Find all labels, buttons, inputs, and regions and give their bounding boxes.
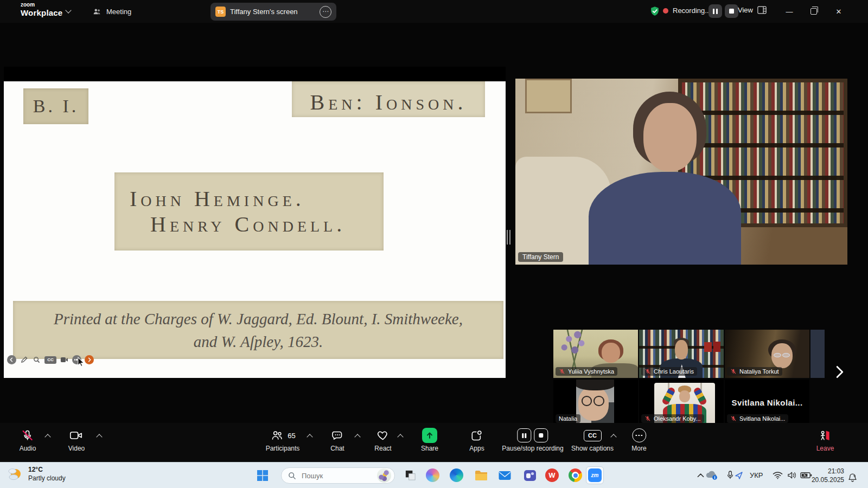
participant-name-label: Oleksandr Koby... bbox=[641, 414, 704, 423]
participants-button[interactable]: 65 Participants bbox=[266, 428, 300, 452]
pause-recording-button[interactable] bbox=[709, 4, 722, 18]
wifi-tray-icon[interactable] bbox=[770, 468, 785, 483]
video-options-chevron[interactable] bbox=[96, 434, 102, 440]
search-highlight-image[interactable] bbox=[377, 468, 391, 483]
react-options-chevron[interactable] bbox=[397, 434, 403, 440]
mail-icon bbox=[498, 470, 512, 481]
pen-tool-icon[interactable] bbox=[20, 355, 29, 364]
tab-meeting[interactable]: Meeting bbox=[87, 0, 137, 23]
recording-label: Recording... bbox=[673, 7, 711, 15]
share-screen-icon bbox=[422, 428, 437, 443]
chat-bubble-icon bbox=[330, 429, 344, 442]
audio-button[interactable]: Audio bbox=[20, 428, 36, 452]
security-shield-icon[interactable] bbox=[649, 5, 661, 18]
muted-mic-icon bbox=[644, 368, 651, 375]
meeting-toolbar: Audio Video 65 Participants Chat React bbox=[0, 423, 868, 462]
video-button[interactable]: Video bbox=[68, 428, 85, 452]
minimize-button[interactable]: — bbox=[777, 0, 801, 23]
participant-tile[interactable]: Svitlana Nikolai... Svitlana Nikolai... bbox=[725, 380, 809, 425]
more-label: More bbox=[631, 445, 646, 452]
captions-label: Show captions bbox=[571, 445, 614, 452]
speaker-name-label: Tiffany Stern bbox=[518, 252, 563, 262]
partial-participant-tile bbox=[810, 330, 825, 378]
teams-button[interactable] bbox=[522, 468, 537, 483]
participant-tile[interactable]: Nataliya Torkut bbox=[725, 330, 809, 378]
share-button[interactable]: Share bbox=[421, 428, 438, 452]
volume-tray-icon[interactable] bbox=[784, 468, 799, 483]
slide-clip-bi: B. I. bbox=[23, 88, 88, 124]
start-button[interactable] bbox=[255, 468, 270, 483]
clock[interactable]: 21:03 20.05.2025 bbox=[806, 467, 844, 484]
presentation-slide: B. I. Ben: Ionson. Iohn Heminge. Henry C… bbox=[4, 81, 506, 378]
onedrive-tray-icon[interactable] bbox=[704, 468, 719, 483]
weather-desc: Partly cloudy bbox=[28, 474, 66, 483]
speaker-video[interactable]: Tiffany Stern bbox=[515, 79, 847, 265]
chat-options-chevron[interactable] bbox=[354, 434, 360, 440]
brand-workplace: Workplace bbox=[21, 9, 62, 17]
muted-mic-icon bbox=[730, 368, 737, 375]
mail-button[interactable] bbox=[497, 468, 512, 483]
participant-tile[interactable]: Chris Laoutaris bbox=[639, 330, 724, 378]
zoom-window: zoom Workplace Meeting TS Tiffany Stern'… bbox=[0, 0, 868, 488]
chat-button[interactable]: Chat bbox=[330, 428, 344, 452]
participant-tile[interactable]: Natalia bbox=[553, 380, 638, 425]
copilot-icon bbox=[426, 468, 439, 482]
participant-tile[interactable]: Yuliia Vyshnytska bbox=[553, 330, 638, 378]
clock-time: 21:03 bbox=[806, 467, 844, 476]
shared-screen: B. I. Ben: Ionson. Iohn Heminge. Henry C… bbox=[4, 67, 506, 378]
notifications-tray-icon[interactable] bbox=[845, 470, 860, 485]
wps-icon: W bbox=[545, 468, 559, 482]
restore-button[interactable] bbox=[802, 0, 826, 23]
view-button[interactable]: View bbox=[738, 6, 767, 14]
subtitles-icon[interactable]: CC bbox=[44, 356, 56, 364]
location-tray-icon[interactable] bbox=[731, 468, 746, 483]
resize-handle[interactable] bbox=[507, 230, 510, 245]
edge-button[interactable] bbox=[449, 468, 464, 483]
zoom-tool-icon[interactable] bbox=[32, 355, 41, 364]
more-button[interactable]: More bbox=[631, 428, 646, 452]
zoom-app-button[interactable]: zm bbox=[586, 466, 604, 484]
tab-shared-screen[interactable]: TS Tiffany Stern's screen ⋯ bbox=[210, 3, 336, 21]
gallery-next-button[interactable] bbox=[835, 365, 844, 378]
stop-recording-icon bbox=[534, 428, 548, 442]
search-input[interactable] bbox=[301, 471, 368, 480]
chrome-button[interactable] bbox=[568, 468, 583, 483]
pause-stop-recording-button[interactable]: Pause/stop recording bbox=[502, 428, 563, 452]
recording-dot bbox=[663, 8, 668, 14]
file-explorer-button[interactable] bbox=[474, 468, 488, 483]
tab-options-icon[interactable]: ⋯ bbox=[320, 6, 331, 18]
task-view-button[interactable] bbox=[403, 468, 418, 483]
weather-widget[interactable]: 12°C Partly cloudy bbox=[7, 465, 66, 483]
chevron-up-icon bbox=[697, 473, 704, 478]
chat-label: Chat bbox=[330, 445, 344, 452]
previous-slide-button[interactable] bbox=[7, 355, 16, 364]
react-button[interactable]: React bbox=[374, 428, 391, 452]
slide-clip-heminge-condell: Iohn Heminge. Henry Condell. bbox=[114, 172, 384, 251]
chevron-down-icon[interactable] bbox=[65, 7, 71, 13]
tab-shared-screen-label: Tiffany Stern's screen bbox=[230, 8, 298, 16]
stop-recording-button[interactable] bbox=[725, 4, 738, 18]
close-button[interactable]: ✕ bbox=[827, 0, 851, 23]
leave-button[interactable]: Leave bbox=[816, 428, 834, 452]
restore-icon bbox=[810, 8, 817, 15]
flowers-decor bbox=[553, 330, 592, 372]
mouse-cursor bbox=[77, 357, 85, 367]
audio-options-chevron[interactable] bbox=[44, 434, 50, 440]
camera-tool-icon[interactable] bbox=[60, 355, 69, 364]
captions-icon: CC bbox=[583, 430, 601, 441]
leave-door-icon bbox=[819, 429, 832, 442]
participant-tile[interactable]: Oleksandr Koby... bbox=[639, 380, 724, 425]
apps-button[interactable]: Apps bbox=[469, 428, 484, 452]
next-slide-button[interactable] bbox=[85, 355, 94, 364]
copilot-button[interactable] bbox=[425, 468, 440, 483]
audio-label: Audio bbox=[20, 445, 36, 452]
edge-icon bbox=[450, 468, 463, 482]
taskbar-search[interactable] bbox=[281, 467, 395, 484]
participants-options-chevron[interactable] bbox=[307, 434, 312, 440]
titlebar: zoom Workplace Meeting TS Tiffany Stern'… bbox=[0, 0, 868, 23]
show-captions-button[interactable]: CC Show captions bbox=[571, 428, 614, 452]
chrome-icon bbox=[569, 468, 582, 482]
language-indicator[interactable]: УКР bbox=[750, 471, 763, 479]
wps-office-button[interactable]: W bbox=[545, 468, 559, 483]
muted-mic-icon bbox=[730, 415, 737, 422]
